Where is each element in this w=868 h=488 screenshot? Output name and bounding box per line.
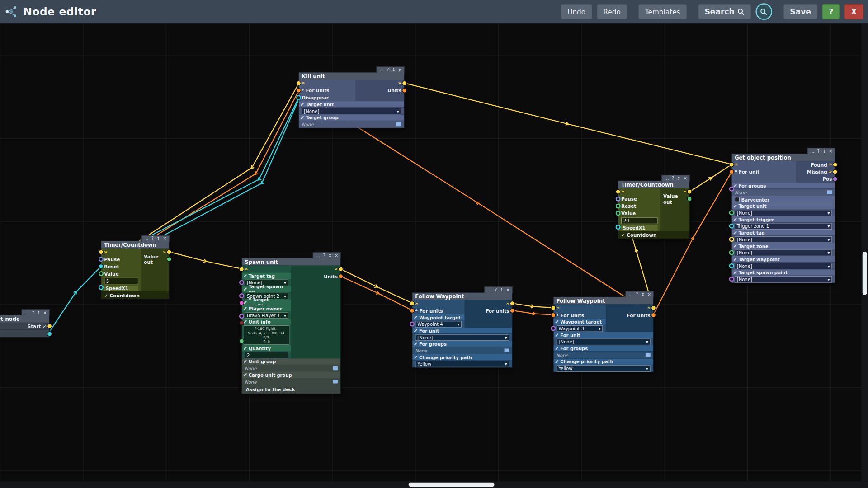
node-get-object-position[interactable]: … ? ↕ × Get object position » * For unit… (732, 154, 835, 282)
player-owner-socket[interactable] (239, 314, 244, 319)
found-socket[interactable] (833, 162, 838, 167)
flow-out-socket[interactable] (167, 249, 172, 254)
node-title[interactable]: Spawn unit (242, 258, 340, 266)
value-out-socket[interactable] (167, 257, 172, 262)
for-groups-field[interactable]: None (557, 352, 651, 357)
waypoint-target-socket[interactable] (410, 321, 415, 326)
flow-in-socket[interactable] (410, 301, 415, 306)
node-close-icon[interactable]: × (829, 149, 832, 154)
missing-socket[interactable] (833, 169, 838, 174)
spawn-point-socket[interactable] (239, 293, 244, 298)
node-collapse-icon[interactable]: ↕ (500, 288, 503, 293)
for-groups-field[interactable]: None (735, 189, 832, 195)
node-menu-icon[interactable]: … (810, 149, 815, 154)
node-collapse-icon[interactable]: ↕ (392, 67, 395, 72)
node-menu-icon[interactable]: … (379, 67, 384, 72)
node-collapse-icon[interactable]: ↕ (641, 292, 644, 297)
player-owner-select[interactable]: Bravo Player 1▾ (245, 312, 288, 319)
flow-out-socket[interactable] (651, 305, 656, 310)
value-out-socket[interactable] (687, 197, 692, 202)
for-units-socket[interactable] (410, 308, 415, 313)
horizontal-scrollbar-thumb[interactable] (409, 483, 495, 487)
node-help-icon[interactable]: ? (387, 67, 389, 72)
node-close-icon[interactable]: × (163, 236, 166, 241)
speed-socket[interactable] (99, 285, 104, 290)
node-help-icon[interactable]: ? (672, 176, 674, 181)
flow-in-socket[interactable] (729, 162, 734, 167)
for-units-out-socket[interactable] (510, 308, 515, 313)
target-tag-socket[interactable] (239, 280, 244, 285)
group-picker-icon[interactable] (505, 348, 509, 352)
search-button[interactable]: Search (698, 4, 751, 19)
for-units-socket[interactable] (296, 88, 301, 93)
close-button[interactable]: X (844, 4, 864, 19)
node-help-icon[interactable]: ? (151, 236, 154, 241)
node-kill-unit[interactable]: … ? ↕ × Kill unit » * For units Disappea… (299, 72, 404, 127)
target-zone-socket[interactable] (729, 250, 734, 255)
node-collapse-icon[interactable]: ↕ (677, 176, 680, 181)
node-title[interactable]: Timer/Countdown (618, 181, 689, 188)
flow-in-socket[interactable] (239, 267, 244, 272)
node-title[interactable]: Get object position (732, 154, 835, 161)
priority-path-select[interactable]: Yellow▾ (415, 361, 509, 367)
node-menu-icon[interactable]: … (487, 288, 492, 293)
target-waypoint-socket[interactable] (729, 263, 734, 268)
group-picker-icon[interactable] (333, 366, 338, 371)
countdown-checkbox[interactable]: ✓ Countdown (618, 231, 689, 239)
node-close-icon[interactable]: × (43, 310, 47, 315)
horizontal-scrollbar[interactable] (0, 481, 861, 488)
assign-deck-button[interactable]: Assign to the deck (242, 385, 340, 394)
countdown-checkbox[interactable]: ✓ Countdown (101, 291, 169, 299)
node-close-icon[interactable]: × (683, 176, 687, 181)
flow-out-socket[interactable] (338, 267, 343, 272)
value-socket[interactable] (99, 271, 104, 276)
reset-socket[interactable] (99, 264, 104, 269)
flow-in-socket[interactable] (616, 189, 621, 194)
speed-button[interactable]: SpeedX1 (621, 225, 658, 230)
group-picker-icon[interactable] (333, 380, 338, 384)
quantity-socket[interactable] (239, 338, 244, 343)
node-collapse-icon[interactable]: ↕ (156, 236, 160, 241)
node-title[interactable]: Follow Waypoint (412, 293, 512, 300)
quantity-input[interactable]: 2 (245, 352, 288, 359)
flow-in-socket[interactable] (99, 249, 104, 254)
target-trigger-socket[interactable] (729, 224, 734, 229)
node-close-icon[interactable]: × (647, 292, 651, 297)
zoom-search-button[interactable] (755, 3, 772, 20)
node-collapse-icon[interactable]: ↕ (37, 310, 41, 315)
target-spawn-select[interactable]: [None]▾ (735, 276, 832, 282)
for-unit-socket[interactable] (729, 169, 734, 174)
for-unit-select[interactable]: [None]▾ (557, 338, 651, 345)
unit-info-socket[interactable] (239, 320, 244, 325)
target-unit-select[interactable]: [None]▾ (302, 108, 401, 114)
pos-socket[interactable] (833, 177, 838, 182)
node-menu-icon[interactable]: … (24, 310, 29, 315)
node-start[interactable]: … ? ↕ × Start node Start ✓ (0, 315, 49, 337)
disappear-socket[interactable] (296, 95, 301, 100)
node-menu-icon[interactable]: … (144, 236, 149, 241)
vertical-scrollbar[interactable] (861, 23, 868, 481)
node-title[interactable]: Kill unit (299, 72, 404, 80)
target-spawn-socket[interactable] (729, 277, 734, 282)
units-out-socket[interactable] (338, 274, 343, 279)
for-groups-field[interactable]: None (415, 348, 509, 353)
target-unit-select[interactable]: [None]▾ (735, 209, 832, 216)
node-help-icon[interactable]: ? (636, 292, 638, 297)
target-zone-select[interactable]: [None]▾ (735, 249, 832, 256)
group-picker-icon[interactable] (646, 353, 651, 357)
pause-socket[interactable] (99, 257, 104, 262)
flow-in-socket[interactable] (296, 81, 301, 86)
graph-canvas[interactable]: … ? ↕ × Start node Start ✓ … ? ↕ × Timer… (0, 0, 868, 488)
target-waypoint-select[interactable]: [None]▾ (735, 263, 832, 269)
node-timer-countdown-left[interactable]: … ? ↕ × Timer/Countdown » Pause Reset Va… (101, 241, 169, 299)
reset-socket[interactable] (616, 204, 621, 209)
target-tag-select[interactable]: [None]▾ (735, 236, 832, 243)
node-help-icon[interactable]: ? (817, 149, 820, 154)
node-close-icon[interactable]: × (335, 253, 338, 258)
value-input[interactable]: 5 (104, 277, 138, 284)
undo-button[interactable]: Undo (561, 4, 592, 19)
node-help-icon[interactable]: ? (323, 253, 325, 258)
waypoint-target-socket[interactable] (551, 326, 556, 331)
barycenter-checkbox[interactable]: Barycenter (732, 196, 835, 203)
waypoint-target-select[interactable]: Waypoint 4▾ (415, 321, 462, 328)
